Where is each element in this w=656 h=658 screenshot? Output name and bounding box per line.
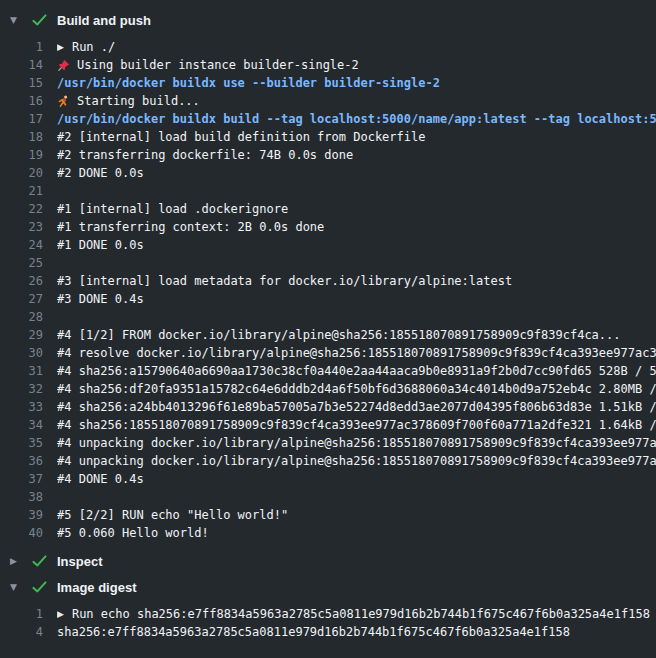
line-number[interactable]: 38 (0, 488, 43, 506)
line-number[interactable]: 34 (0, 416, 43, 434)
log-text: #2 DONE 0.0s (57, 164, 144, 182)
run-expander-icon[interactable]: ▶ (57, 38, 64, 56)
line-body: #4 DONE 0.4s (57, 470, 656, 488)
log-text: #2 [internal] load build definition from… (57, 128, 425, 146)
line-body: #4 sha256:a24bb4013296f61e89ba57005a7b3e… (57, 398, 656, 416)
log-text: #3 DONE 0.4s (57, 290, 144, 308)
log-text: #4 sha256:df20fa9351a15782c64e6dddb2d4a6… (57, 380, 656, 398)
line-number[interactable]: 23 (0, 218, 43, 236)
log-text: /usr/bin/docker buildx use --builder bui… (57, 74, 440, 92)
log-text: #5 0.060 Hello world! (57, 524, 209, 542)
log-text: #4 resolve docker.io/library/alpine@sha2… (57, 344, 656, 362)
log-text: Starting build... (77, 92, 200, 110)
section-expander-icon: ▶ (10, 556, 32, 566)
log-line: 1 ▶ Run ./ (0, 38, 656, 56)
log-line: 35 #4 unpacking docker.io/library/alpine… (0, 434, 656, 452)
line-body: sha256:e7ff8834a5963a2785c5a0811e979d16b… (57, 623, 656, 641)
log-line: 28 (0, 308, 656, 326)
line-number[interactable]: 15 (0, 74, 43, 92)
line-body: #3 DONE 0.4s (57, 290, 656, 308)
line-number[interactable]: 33 (0, 398, 43, 416)
line-number[interactable]: 24 (0, 236, 43, 254)
line-number[interactable]: 26 (0, 272, 43, 290)
line-number[interactable]: 35 (0, 434, 43, 452)
line-number[interactable]: 19 (0, 146, 43, 164)
log-line: 14 Using builder instance builder-single… (0, 56, 656, 74)
section-expander-icon: ▼ (10, 15, 32, 25)
check-icon (32, 14, 56, 26)
line-body: #3 [internal] load metadata for docker.i… (57, 272, 656, 290)
log-line: 31 #4 sha256:a15790640a6690aa1730c38cf0a… (0, 362, 656, 380)
line-number[interactable]: 27 (0, 290, 43, 308)
line-number[interactable]: 4 (0, 623, 43, 641)
line-number[interactable]: 29 (0, 326, 43, 344)
log-line: 20 #2 DONE 0.0s (0, 164, 656, 182)
log-line: 18 #2 [internal] load build definition f… (0, 128, 656, 146)
log-section-inspect: ▶ Inspect (0, 548, 656, 574)
section-title: Inspect (57, 554, 103, 569)
line-body: Using builder instance builder-single-2 (57, 56, 656, 74)
line-number[interactable]: 31 (0, 362, 43, 380)
run-expander-icon[interactable]: ▶ (57, 605, 64, 623)
line-number[interactable]: 21 (0, 182, 43, 200)
log-text: #5 [2/2] RUN echo "Hello world!" (57, 506, 288, 524)
line-body: /usr/bin/docker buildx use --builder bui… (57, 74, 656, 92)
line-number[interactable]: 20 (0, 164, 43, 182)
log-text: #2 transferring dockerfile: 74B 0.0s don… (57, 146, 353, 164)
log-line: 22 #1 [internal] load .dockerignore (0, 200, 656, 218)
log-text: sha256:e7ff8834a5963a2785c5a0811e979d16b… (57, 623, 570, 641)
log-text: #1 [internal] load .dockerignore (57, 200, 288, 218)
line-number[interactable]: 22 (0, 200, 43, 218)
line-number[interactable]: 1 (0, 605, 43, 623)
log-text: #3 [internal] load metadata for docker.i… (57, 272, 512, 290)
log-text: #4 unpacking docker.io/library/alpine@sh… (57, 434, 656, 452)
log-line: 30 #4 resolve docker.io/library/alpine@s… (0, 344, 656, 362)
section-lines: 1 ▶ Run echo sha256:e7ff8834a5963a2785c5… (0, 605, 656, 641)
log-line: 4 sha256:e7ff8834a5963a2785c5a0811e979d1… (0, 623, 656, 641)
line-number[interactable]: 1 (0, 38, 43, 56)
line-number[interactable]: 17 (0, 110, 43, 128)
log-line: 39 #5 [2/2] RUN echo "Hello world!" (0, 506, 656, 524)
line-number[interactable]: 14 (0, 56, 43, 74)
log-text: #4 sha256:a15790640a6690aa1730c38cf0a440… (57, 362, 656, 380)
line-body: #5 0.060 Hello world! (57, 524, 656, 542)
line-number[interactable]: 32 (0, 380, 43, 398)
check-icon (32, 581, 56, 593)
line-body: #4 sha256:185518070891758909c9f839cf4ca3… (57, 416, 656, 434)
workflow-log-viewer: ▼ Build and push 1 ▶ Run ./ 14 Using bui… (0, 0, 656, 641)
line-body: #2 transferring dockerfile: 74B 0.0s don… (57, 146, 656, 164)
line-body: #1 DONE 0.0s (57, 236, 656, 254)
section-title: Build and push (57, 13, 151, 28)
line-body: #4 resolve docker.io/library/alpine@sha2… (57, 344, 656, 362)
log-line: 26 #3 [internal] load metadata for docke… (0, 272, 656, 290)
log-line: 40 #5 0.060 Hello world! (0, 524, 656, 542)
log-text: #1 transferring context: 2B 0.0s done (57, 218, 324, 236)
line-body: ▶ Run echo sha256:e7ff8834a5963a2785c5a0… (57, 605, 656, 623)
section-expander-icon: ▼ (10, 582, 32, 592)
line-number[interactable]: 36 (0, 452, 43, 470)
log-line: 34 #4 sha256:185518070891758909c9f839cf4… (0, 416, 656, 434)
line-number[interactable]: 30 (0, 344, 43, 362)
section-header[interactable]: ▼ Image digest (0, 574, 656, 600)
line-body: #5 [2/2] RUN echo "Hello world!" (57, 506, 656, 524)
line-body: #1 [internal] load .dockerignore (57, 200, 656, 218)
log-line: 25 (0, 254, 656, 272)
section-header[interactable]: ▼ Build and push (0, 7, 656, 33)
line-number[interactable]: 18 (0, 128, 43, 146)
line-body (57, 254, 656, 272)
log-line: 32 #4 sha256:df20fa9351a15782c64e6dddb2d… (0, 380, 656, 398)
log-line: 37 #4 DONE 0.4s (0, 470, 656, 488)
line-number[interactable]: 39 (0, 506, 43, 524)
log-line: 21 (0, 182, 656, 200)
log-line: 33 #4 sha256:a24bb4013296f61e89ba57005a7… (0, 398, 656, 416)
line-number[interactable]: 25 (0, 254, 43, 272)
line-body: #4 unpacking docker.io/library/alpine@sh… (57, 452, 656, 470)
line-number[interactable]: 40 (0, 524, 43, 542)
line-number[interactable]: 28 (0, 308, 43, 326)
line-number[interactable]: 16 (0, 92, 43, 110)
section-header[interactable]: ▶ Inspect (0, 548, 656, 574)
line-number[interactable]: 37 (0, 470, 43, 488)
log-text: #1 DONE 0.0s (57, 236, 144, 254)
log-text: #4 DONE 0.4s (57, 470, 144, 488)
line-body: #4 unpacking docker.io/library/alpine@sh… (57, 434, 656, 452)
